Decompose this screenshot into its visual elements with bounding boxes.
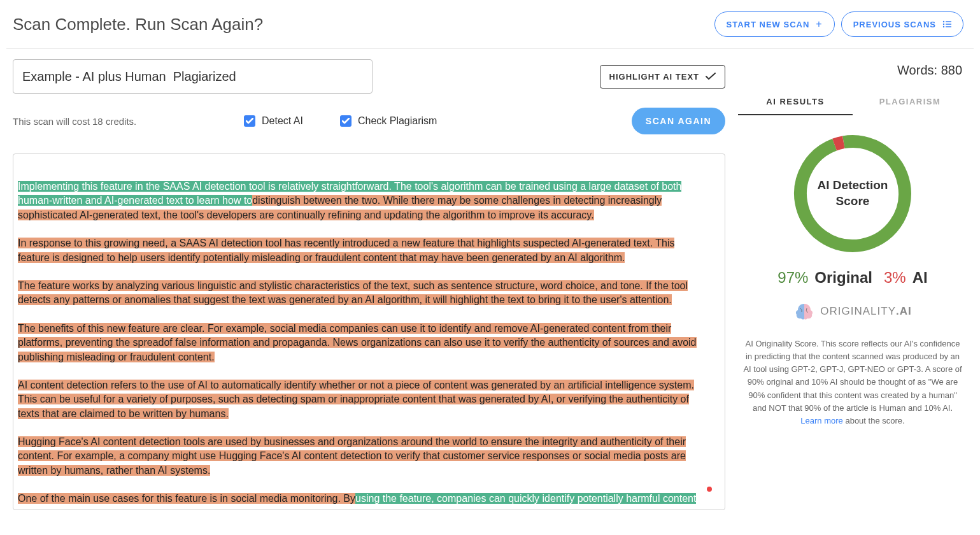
highlight-ai-label: HIGHLIGHT AI TEXT <box>609 72 699 82</box>
ai-percent: 3% <box>884 269 906 287</box>
checkbox-box-icon <box>244 115 255 127</box>
highlight-ai-span: In response to this growing need, a SAAS… <box>18 238 674 262</box>
tab-plagiarism[interactable]: PLAGIARISM <box>853 89 967 115</box>
highlight-ai-text-button[interactable]: HIGHLIGHT AI TEXT <box>600 65 725 89</box>
original-label: Original <box>814 269 872 287</box>
content-paragraph: One of the main use cases for this featu… <box>16 492 708 506</box>
content-paragraph: Hugging Face's AI content detection tool… <box>16 435 708 478</box>
check-plagiarism-label: Check Plagiarism <box>358 115 437 127</box>
svg-point-2 <box>943 24 944 25</box>
left-column: HIGHLIGHT AI TEXT This scan will cost 18… <box>13 59 725 510</box>
controls-row-1: HIGHLIGHT AI TEXT <box>13 59 725 94</box>
highlight-ai-span: One of the main use cases for this featu… <box>18 493 355 504</box>
controls-row-2: This scan will cost 18 credits. Detect A… <box>13 108 725 134</box>
content-paragraph: The benefits of this new feature are cle… <box>16 322 708 364</box>
results-sidebar: Words: 880 AI RESULTS PLAGIARISM AI Dete… <box>738 59 967 510</box>
svg-point-4 <box>943 26 944 27</box>
list-icon <box>942 20 951 28</box>
start-new-scan-button[interactable]: START NEW SCAN + <box>714 11 835 37</box>
learn-more-link[interactable]: Learn more <box>800 416 842 425</box>
detect-ai-checkbox[interactable]: Detect AI <box>244 115 303 127</box>
red-dot-indicator <box>707 487 712 492</box>
score-summary-line: 97% Original 3% AI <box>778 269 927 287</box>
results-tabs: AI RESULTS PLAGIARISM <box>738 89 967 116</box>
highlight-human-span: using the feature, companies can quickly… <box>355 493 696 504</box>
svg-point-0 <box>943 21 944 22</box>
highlight-ai-span: Hugging Face's AI content detection tool… <box>18 436 686 476</box>
checkbox-box-icon <box>340 115 352 127</box>
brain-icon <box>793 302 815 321</box>
previous-scans-label: PREVIOUS SCANS <box>853 20 936 29</box>
scan-again-button[interactable]: SCAN AGAIN <box>632 108 725 134</box>
ai-label: AI <box>913 269 928 287</box>
check-plagiarism-checkbox[interactable]: Check Plagiarism <box>340 115 437 127</box>
brand-row: ORIGINALITY.AI <box>793 302 911 321</box>
header-actions: START NEW SCAN + PREVIOUS SCANS <box>714 11 963 37</box>
previous-scans-button[interactable]: PREVIOUS SCANS <box>841 11 963 37</box>
content-paragraph: Implementing this feature in the SAAS AI… <box>16 180 708 222</box>
check-icon <box>706 73 716 80</box>
highlight-ai-span: The feature works by analyzing various l… <box>18 280 688 305</box>
header-bar: Scan Complete. Run Scan Again? START NEW… <box>0 0 980 48</box>
start-new-scan-label: START NEW SCAN <box>727 20 810 29</box>
content-paragraph: AI content detection refers to the use o… <box>16 378 708 421</box>
tab-ai-results[interactable]: AI RESULTS <box>738 89 853 115</box>
main-area: HIGHLIGHT AI TEXT This scan will cost 18… <box>6 48 974 520</box>
content-paragraph: In response to this growing need, a SAAS… <box>16 236 708 265</box>
score-explanation: AI Originality Score. This score reflect… <box>738 338 967 427</box>
scanned-content-box[interactable]: Implementing this feature in the SAAS AI… <box>13 153 725 510</box>
highlight-ai-span: AI content detection refers to the use o… <box>18 380 694 419</box>
detect-ai-label: Detect AI <box>262 115 303 127</box>
highlight-ai-span: The benefits of this new feature are cle… <box>18 323 697 362</box>
word-count: Words: 880 <box>897 63 962 78</box>
content-paragraph: The feature works by analyzing various l… <box>16 279 708 308</box>
brand-name: ORIGINALITY.AI <box>820 305 911 318</box>
original-percent: 97% <box>778 269 808 287</box>
scan-title-input[interactable] <box>13 59 373 94</box>
plus-icon: + <box>816 19 822 29</box>
page-title: Scan Complete. Run Scan Again? <box>13 15 263 34</box>
ai-detection-donut-chart: AI Detection Score <box>789 130 916 257</box>
credit-cost-text: This scan will cost 18 credits. <box>13 116 232 127</box>
donut-center-label: AI Detection Score <box>789 130 916 257</box>
